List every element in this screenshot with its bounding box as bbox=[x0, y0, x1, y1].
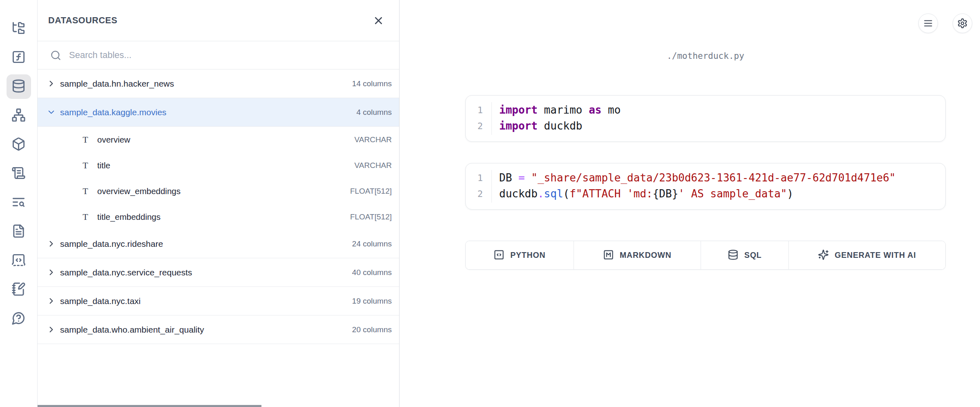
settings-button[interactable] bbox=[953, 13, 972, 33]
table-name: sample_data.who.ambient_air_quality bbox=[60, 325, 346, 335]
line-number: 2 bbox=[466, 118, 491, 134]
add-cell-toolbar: PYTHONMARKDOWNSQLGENERATE WITH AI bbox=[465, 241, 946, 270]
menu-button[interactable] bbox=[918, 13, 938, 33]
table-row[interactable]: sample_data.nyc.rideshare24 columns bbox=[38, 230, 399, 258]
file-text-icon bbox=[11, 224, 26, 240]
sidebar-item-logs[interactable] bbox=[7, 190, 31, 215]
horizontal-scrollbar[interactable] bbox=[38, 405, 261, 407]
column-type: VARCHAR bbox=[355, 135, 392, 144]
table-name: sample_data.kaggle.movies bbox=[60, 107, 350, 117]
add-cell-button-label: MARKDOWN bbox=[620, 250, 672, 260]
table-row[interactable]: sample_data.who.ambient_air_quality20 co… bbox=[38, 315, 399, 344]
code-line: import duckdb bbox=[499, 118, 945, 134]
add-cell-button-python[interactable]: PYTHON bbox=[466, 241, 574, 269]
sidebar-item-outline[interactable] bbox=[7, 161, 31, 186]
table-name: sample_data.hn.hacker_news bbox=[60, 79, 346, 89]
sidebar-item-help[interactable] bbox=[7, 306, 31, 331]
table-column-count: 20 columns bbox=[352, 325, 392, 334]
square-function-icon bbox=[11, 50, 26, 66]
sidebar-item-documentation[interactable] bbox=[7, 219, 31, 244]
folder-tree-icon bbox=[11, 21, 26, 37]
code-cell: 12import marimo as moimport duckdb bbox=[465, 95, 946, 142]
sidebar-item-datasources[interactable] bbox=[7, 74, 31, 99]
add-cell-button-label: PYTHON bbox=[510, 250, 545, 260]
chevron-right-icon bbox=[47, 296, 56, 306]
notebook-pen-icon bbox=[11, 282, 26, 298]
sidebar-item-packages[interactable] bbox=[7, 132, 31, 157]
table-name: sample_data.nyc.service_requests bbox=[60, 268, 346, 277]
column-row[interactable]: TtitleVARCHAR bbox=[38, 152, 399, 178]
code-line: duckdb.sql(f"ATTACH 'md:{DB}' AS sample_… bbox=[499, 186, 945, 202]
column-type-icon: T bbox=[80, 160, 90, 171]
notebook-filename[interactable]: ./motherduck.py bbox=[465, 51, 946, 61]
column-type-icon: T bbox=[80, 212, 90, 222]
activity-bar bbox=[0, 0, 38, 407]
column-type: FLOAT[512] bbox=[350, 212, 392, 221]
sidebar-item-dependencies[interactable] bbox=[7, 103, 31, 128]
search-input[interactable] bbox=[68, 49, 391, 61]
line-number: 1 bbox=[466, 102, 491, 118]
code-line: DB = "_share/sample_data/23b0d623-1361-4… bbox=[499, 170, 945, 186]
square-m-icon bbox=[603, 249, 614, 262]
sidebar-item-snippets[interactable] bbox=[7, 248, 31, 273]
column-row[interactable]: Ttitle_embeddingsFLOAT[512] bbox=[38, 204, 399, 230]
table-row[interactable]: sample_data.nyc.taxi19 columns bbox=[38, 287, 399, 315]
datasources-panel: DATASOURCES sample_data.hn.hacker_news14… bbox=[38, 0, 400, 407]
network-icon bbox=[11, 108, 26, 124]
line-number: 1 bbox=[466, 170, 491, 186]
table-list: sample_data.hn.hacker_news14 columnssamp… bbox=[38, 69, 399, 344]
column-row[interactable]: Toverview_embeddingsFLOAT[512] bbox=[38, 178, 399, 204]
table-column-count: 4 columns bbox=[356, 108, 392, 117]
table-column-count: 24 columns bbox=[352, 239, 392, 248]
code-cell: 12DB = "_share/sample_data/23b0d623-1361… bbox=[465, 163, 946, 210]
add-cell-button-label: GENERATE WITH AI bbox=[835, 250, 916, 260]
panel-title: DATASOURCES bbox=[48, 16, 117, 26]
code-editor[interactable]: import marimo as moimport duckdb bbox=[492, 102, 945, 135]
panel-header: DATASOURCES bbox=[38, 0, 399, 41]
box-icon bbox=[11, 137, 26, 153]
scroll-text-icon bbox=[11, 166, 26, 182]
column-row[interactable]: ToverviewVARCHAR bbox=[38, 127, 399, 152]
table-name: sample_data.nyc.taxi bbox=[60, 296, 346, 306]
close-panel-button[interactable] bbox=[371, 13, 385, 27]
square-code-icon bbox=[493, 249, 505, 262]
column-name: title_embeddings bbox=[97, 212, 350, 222]
table-column-count: 40 columns bbox=[352, 268, 392, 277]
column-type: VARCHAR bbox=[355, 161, 392, 170]
database-icon bbox=[728, 249, 739, 262]
code-line: import marimo as mo bbox=[499, 102, 945, 118]
add-cell-button-markdown[interactable]: MARKDOWN bbox=[574, 241, 701, 269]
chevron-right-icon bbox=[47, 268, 56, 277]
column-type-icon: T bbox=[80, 186, 90, 197]
search-bar bbox=[38, 41, 399, 69]
line-number-gutter: 12 bbox=[466, 102, 492, 135]
column-type-icon: T bbox=[80, 134, 90, 145]
sidebar-item-scratchpad[interactable] bbox=[7, 277, 31, 302]
chevron-right-icon bbox=[47, 325, 56, 334]
sidebar-item-variables[interactable] bbox=[7, 45, 31, 70]
sidebar-item-files[interactable] bbox=[7, 16, 31, 41]
add-cell-button-generate-with-ai[interactable]: GENERATE WITH AI bbox=[788, 241, 945, 269]
add-cell-button-label: SQL bbox=[744, 250, 762, 260]
table-name: sample_data.nyc.rideshare bbox=[60, 239, 346, 249]
text-search-icon bbox=[11, 195, 26, 211]
column-type: FLOAT[512] bbox=[350, 187, 392, 196]
line-number: 2 bbox=[466, 186, 491, 202]
column-name: title bbox=[97, 161, 355, 170]
column-name: overview_embeddings bbox=[97, 186, 350, 196]
square-dashed-bottom-code-icon bbox=[11, 253, 26, 269]
database-icon bbox=[11, 79, 26, 95]
column-name: overview bbox=[97, 135, 355, 145]
chevron-down-icon bbox=[47, 107, 56, 117]
notebook-area: ./motherduck.py 12import marimo as moimp… bbox=[400, 0, 980, 407]
table-column-count: 14 columns bbox=[352, 79, 392, 88]
table-row[interactable]: sample_data.hn.hacker_news14 columns bbox=[38, 69, 399, 98]
add-cell-button-sql[interactable]: SQL bbox=[701, 241, 788, 269]
chevron-right-icon bbox=[47, 239, 56, 248]
table-row[interactable]: sample_data.kaggle.movies4 columns bbox=[38, 98, 399, 127]
chevron-right-icon bbox=[47, 79, 56, 88]
sparkles-icon bbox=[818, 249, 829, 262]
line-number-gutter: 12 bbox=[466, 170, 492, 203]
table-row[interactable]: sample_data.nyc.service_requests40 colum… bbox=[38, 258, 399, 287]
code-editor[interactable]: DB = "_share/sample_data/23b0d623-1361-4… bbox=[492, 170, 945, 203]
